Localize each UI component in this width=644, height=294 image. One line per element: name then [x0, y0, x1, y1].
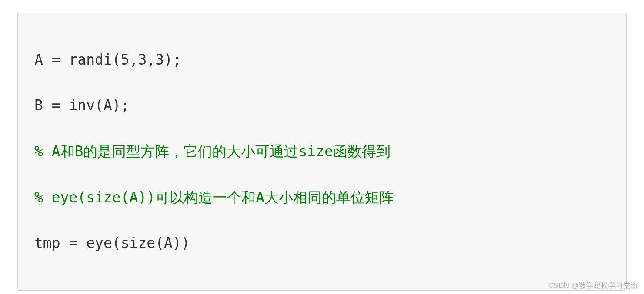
code-block: A = randi(5,3,3); B = inv(A); % A和B的是同型方…: [17, 13, 627, 291]
code-comment-2: % eye(size(A))可以构造一个和A大小相同的单位矩阵: [34, 186, 610, 209]
watermark-text: CSDN @数学建模学习交流: [548, 281, 638, 291]
code-line-2: B = inv(A);: [34, 94, 610, 117]
code-comment-1: % A和B的是同型方阵，它们的大小可通过size函数得到: [34, 140, 610, 163]
code-line-1: A = randi(5,3,3);: [34, 49, 610, 72]
code-line-5: tmp = eye(size(A)): [34, 232, 610, 255]
